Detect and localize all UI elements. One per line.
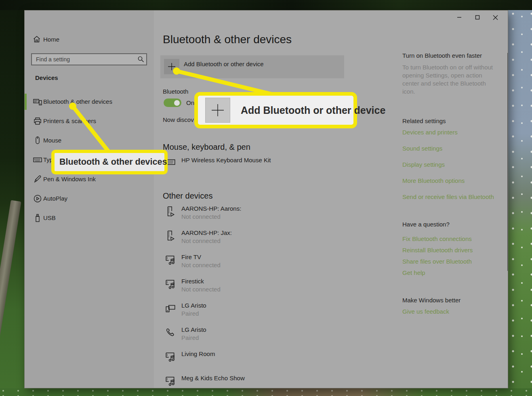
search-input[interactable] (31, 53, 147, 65)
make-windows-better-title: Make Windows better (402, 297, 503, 304)
minimize-button[interactable] (450, 11, 468, 23)
section-mouse-keyboard-pen: Mouse, keyboard, & pen (163, 142, 250, 152)
sidebar-item-label: Pen & Windows Ink (43, 176, 96, 182)
tip-body: To turn Bluetooth on or off without open… (402, 63, 498, 96)
callout-sidebar-item: Bluetooth & other devices (51, 150, 168, 174)
close-icon (493, 15, 498, 20)
sidebar-item-usb[interactable]: USB (25, 208, 154, 228)
device-status: Not connected (181, 213, 221, 220)
link-reinstall-drivers[interactable]: Reinstall Bluetooth drivers (402, 247, 473, 254)
sidebar-item-label: USB (43, 214, 56, 221)
related-settings-title: Related settings (402, 117, 503, 124)
device-name: AARONS-HP: Jax: (181, 229, 232, 236)
plus-icon (210, 103, 225, 118)
add-bluetooth-label: Add Bluetooth or other device (184, 61, 264, 67)
printer-icon (33, 116, 42, 126)
desktop-meadow-left (0, 10, 24, 396)
bluetooth-label: Bluetooth (163, 88, 188, 95)
device-name: Meg & Kids Echo Show (181, 375, 245, 381)
device-name: Living Room (181, 350, 215, 357)
section-other-devices: Other devices (163, 191, 212, 201)
link-display-settings[interactable]: Display settings (402, 161, 445, 168)
mouse-icon (33, 136, 42, 145)
media-player-icon (165, 279, 176, 290)
device-status: Paired (181, 334, 199, 341)
sidebar: Home Devices Bluetooth & other devices P… (25, 10, 154, 388)
pen-icon (33, 174, 42, 184)
search-icon[interactable] (137, 56, 144, 63)
phone-handset-icon (165, 327, 176, 338)
device-name: Fire TV (181, 254, 201, 260)
callout-add-bluetooth: Add Bluetooth or other device (194, 92, 357, 128)
toggle-state-label: On (186, 99, 194, 106)
link-fix-bluetooth[interactable]: Fix Bluetooth connections (402, 235, 472, 242)
have-a-question-title: Have a question? (402, 221, 503, 228)
link-sound-settings[interactable]: Sound settings (402, 145, 442, 152)
device-status: Not connected (181, 262, 221, 268)
callout-sidebar-label: Bluetooth & other devices (59, 157, 167, 167)
discoverable-text: Now discov (163, 116, 194, 123)
sidebar-item-printers[interactable]: Printers & scanners (25, 111, 154, 131)
sidebar-item-home[interactable]: Home (25, 33, 154, 48)
desktop-grass-bottom (0, 388, 532, 396)
sidebar-item-label: Home (43, 36, 59, 43)
desktop-meadow-right (508, 10, 532, 396)
plus-square (205, 98, 230, 123)
link-share-files[interactable]: Share files over Bluetooth (402, 258, 472, 265)
device-name: LG Aristo (181, 302, 206, 309)
link-devices-and-printers[interactable]: Devices and printers (402, 129, 458, 136)
media-pc-icon (165, 230, 176, 242)
device-name: LG Aristo (181, 326, 206, 333)
settings-window: Settings Home Devices Bluetooth & other … (24, 10, 508, 388)
media-player-icon (165, 375, 176, 387)
link-send-receive-files[interactable]: Send or receive files via Bluetooth (402, 193, 494, 200)
device-status: Paired (181, 310, 199, 317)
close-button[interactable] (486, 11, 505, 23)
sidebar-section-devices: Devices (35, 74, 58, 81)
search-box (31, 53, 147, 65)
minimize-icon (457, 15, 462, 20)
sidebar-item-label: AutoPlay (43, 195, 67, 202)
plus-icon (167, 62, 176, 71)
link-more-bluetooth-options[interactable]: More Bluetooth options (402, 177, 465, 184)
maximize-icon (475, 15, 480, 20)
home-icon (33, 35, 41, 43)
device-status: Not connected (181, 286, 221, 293)
link-get-help[interactable]: Get help (402, 269, 425, 276)
media-player-icon (165, 351, 176, 362)
media-pc-icon (165, 206, 176, 218)
add-bluetooth-button[interactable]: Add Bluetooth or other device (160, 55, 344, 78)
phone-icon (165, 303, 176, 314)
tip-title: Turn on Bluetooth even faster (402, 52, 503, 59)
selected-accent-bar (25, 94, 27, 110)
callout-add-label: Add Bluetooth or other device (241, 105, 385, 116)
bluetooth-toggle[interactable] (164, 98, 181, 107)
device-name: Firestick (181, 278, 204, 285)
device-status: Not connected (181, 237, 221, 244)
sidebar-item-autoplay[interactable]: AutoPlay (25, 189, 154, 208)
sidebar-item-bluetooth[interactable]: Bluetooth & other devices (25, 92, 154, 111)
bluetooth-devices-icon (33, 97, 42, 107)
plus-square (164, 59, 179, 74)
scrollbar[interactable] (507, 53, 508, 271)
toggle-knob (174, 100, 180, 106)
link-give-feedback[interactable]: Give us feedback (402, 308, 449, 315)
sidebar-item-label: Printers & scanners (43, 117, 96, 124)
device-name: HP Wireless Keyboard Mouse Kit (181, 157, 271, 163)
sidebar-item-mouse[interactable]: Mouse (25, 131, 154, 150)
keyboard-icon (33, 155, 42, 165)
sidebar-item-label: Mouse (43, 137, 61, 144)
sidebar-item-label: Bluetooth & other devices (43, 98, 112, 105)
usb-icon (33, 213, 42, 223)
wooden-post (0, 200, 21, 369)
device-name: AARONS-HP: Aarons: (181, 205, 241, 212)
page-title: Bluetooth & other devices (163, 33, 292, 46)
maximize-button[interactable] (468, 11, 486, 23)
autoplay-icon (33, 194, 42, 203)
media-player-icon (165, 254, 176, 266)
